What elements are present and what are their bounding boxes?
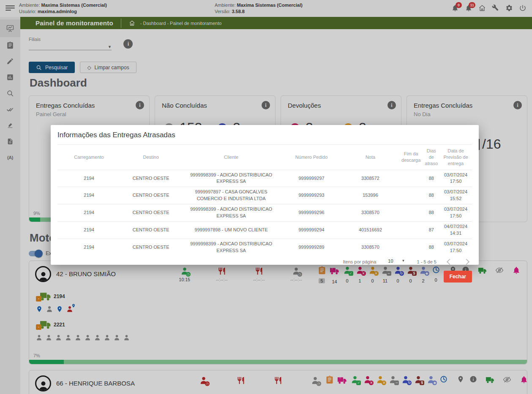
close-button[interactable]: Fechar <box>444 271 472 283</box>
cell-nota: 3308572 <box>342 170 399 187</box>
cell-fim-descarga <box>399 222 423 239</box>
cell-carregamento: 2194 <box>57 222 120 239</box>
table-pagination: Itens por página 10 ▼ 1 - 5 de 5 <box>57 258 472 265</box>
next-page-button[interactable] <box>464 259 469 265</box>
modal-title: Informações das Entregas Atrasadas <box>57 125 472 144</box>
cell-numero-pedido: 9999999296 <box>281 204 342 222</box>
cell-dias-atraso: 88 <box>423 187 439 204</box>
items-per-page-value: 10 <box>388 258 393 264</box>
cell-cliente: 9999998399 - ADICAO DISTRIBUICAO EXPRESS… <box>181 239 281 256</box>
table-row: 2194 CENTRO OESTE 9999998399 - ADICAO DI… <box>57 170 472 187</box>
cell-data-previsao: 03/07/2024 17:50 <box>439 204 472 222</box>
chevron-down-icon: ▼ <box>402 259 405 263</box>
cell-cliente: 9999997898 - UM NOVO CLIENTE <box>181 222 281 239</box>
cell-destino: CENTRO OESTE <box>120 187 181 204</box>
column-header: Cliente <box>181 145 281 170</box>
cell-fim-descarga <box>399 239 423 256</box>
cell-cliente: 9999998399 - ADICAO DISTRIBUICAO EXPRESS… <box>181 170 281 187</box>
cell-cliente: 9999997897 - CASA GONCALVES COMERCIO E I… <box>181 187 281 204</box>
cell-data-previsao: 03/07/2024 17:50 <box>439 170 472 187</box>
cell-numero-pedido: 9999999289 <box>281 239 342 256</box>
items-per-page-label: Itens por página <box>343 259 376 264</box>
pagination-controls <box>447 260 469 264</box>
cell-carregamento: 2194 <box>57 204 120 222</box>
table-row: 2194 CENTRO OESTE 9999997898 - UM NOVO C… <box>57 222 472 239</box>
cell-dias-atraso: 88 <box>423 239 439 256</box>
cell-fim-descarga <box>399 204 423 222</box>
items-per-page-select[interactable]: 10 ▼ <box>387 258 406 265</box>
previous-page-button[interactable] <box>447 259 453 265</box>
modal-footer: Fechar <box>57 271 472 283</box>
cell-nota: 401516692 <box>342 222 399 239</box>
column-header: Fim da descarga <box>399 145 423 170</box>
cell-dias-atraso: 87 <box>423 222 439 239</box>
column-header: Destino <box>120 145 181 170</box>
cell-data-previsao: 04/07/2024 14:31 <box>439 222 472 239</box>
cell-destino: CENTRO OESTE <box>120 222 181 239</box>
cell-destino: CENTRO OESTE <box>120 170 181 187</box>
cell-dias-atraso: 88 <box>423 170 439 187</box>
cell-nota: 3308570 <box>342 239 399 256</box>
cell-destino: CENTRO OESTE <box>120 239 181 256</box>
cell-carregamento: 2194 <box>57 170 120 187</box>
table-header-row: Carregamento Destino Cliente Número Pedi… <box>57 145 472 170</box>
cell-destino: CENTRO OESTE <box>120 204 181 222</box>
table-row: 2194 CENTRO OESTE 9999998399 - ADICAO DI… <box>57 239 472 256</box>
cell-cliente: 9999998399 - ADICAO DISTRIBUICAO EXPRESS… <box>181 204 281 222</box>
late-deliveries-modal: Informações das Entregas Atrasadas Carre… <box>51 125 479 265</box>
cell-dias-atraso: 88 <box>423 204 439 222</box>
cell-fim-descarga <box>399 187 423 204</box>
late-deliveries-table: Carregamento Destino Cliente Número Pedi… <box>57 144 472 256</box>
cell-nota: 153996 <box>342 187 399 204</box>
pagination-range: 1 - 5 de 5 <box>417 259 437 264</box>
cell-numero-pedido: 9999999294 <box>281 222 342 239</box>
table-row: 2194 CENTRO OESTE 9999997897 - CASA GONC… <box>57 187 472 204</box>
column-header: Dias de atraso <box>423 145 439 170</box>
column-header: Carregamento <box>57 145 120 170</box>
cell-numero-pedido: 9999999297 <box>281 170 342 187</box>
table-row: 2194 CENTRO OESTE 9999998399 - ADICAO DI… <box>57 204 472 222</box>
cell-fim-descarga <box>399 170 423 187</box>
column-header: Número Pedido <box>281 145 342 170</box>
column-header: Data de Previsão de entrega <box>439 145 472 170</box>
column-header: Nota <box>342 145 399 170</box>
cell-numero-pedido: 9999999293 <box>281 187 342 204</box>
cell-nota: 3308570 <box>342 204 399 222</box>
cell-carregamento: 2194 <box>57 187 120 204</box>
cell-carregamento: 2194 <box>57 239 120 256</box>
cell-data-previsao: 03/07/2024 17:50 <box>439 239 472 256</box>
cell-data-previsao: 03/07/2024 15:52 <box>439 187 472 204</box>
